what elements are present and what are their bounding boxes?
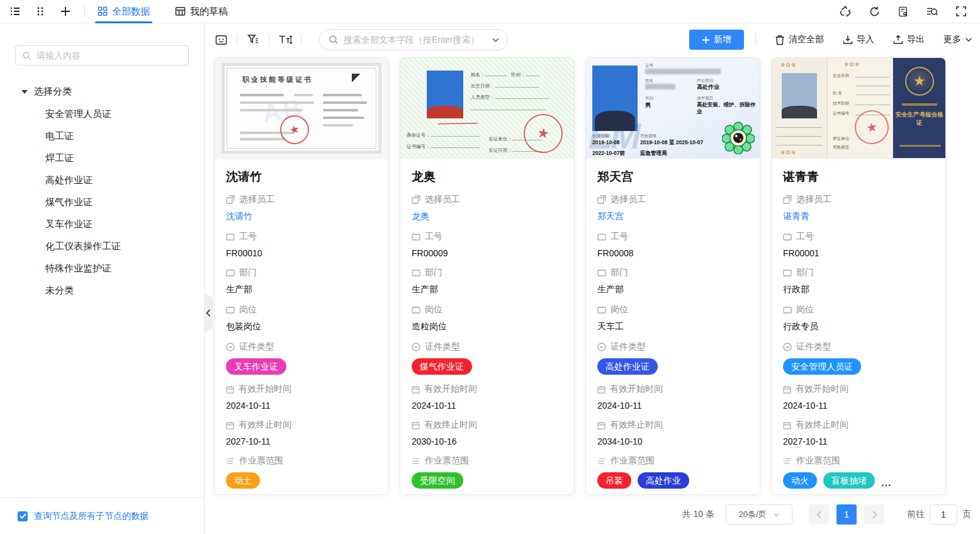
export-icon <box>893 35 903 45</box>
page-size-select[interactable]: 20条/页 <box>726 504 792 525</box>
sidebar-item-welder-cert[interactable]: 焊工证 <box>15 147 189 169</box>
record-title: 谌青青 <box>783 169 934 185</box>
fullscreen-icon[interactable] <box>955 5 967 18</box>
page-size-value: 20条/页 <box>738 509 766 520</box>
record-title: 郑天宫 <box>597 169 748 185</box>
ticket-tag: 高处作业 <box>638 472 689 489</box>
valid-end-value: 2027-10-11 <box>226 436 377 446</box>
field-label-ticket-scope: 作业票范围 <box>226 455 377 467</box>
sidebar-footer: 查询节点及所有子节点的数据 <box>0 497 204 534</box>
sidebar-item-safety-manager-cert[interactable]: 安全管理人员证 <box>15 103 189 125</box>
field-label-position: 岗位 <box>597 304 748 315</box>
next-page-button[interactable] <box>864 504 884 525</box>
import-button[interactable]: 导入 <box>843 34 874 45</box>
clear-all-button[interactable]: 清空全部 <box>775 34 824 45</box>
department-value: 生产部 <box>597 284 748 295</box>
field-label-position: 岗位 <box>412 304 563 315</box>
sidebar-collapse-handle[interactable] <box>204 292 213 334</box>
goto-label: 前往 <box>907 509 925 520</box>
more-button[interactable]: 更多 <box>943 34 972 45</box>
record-title: 龙奥 <box>412 169 563 185</box>
sidebar-search-input[interactable] <box>37 50 182 60</box>
employee-link[interactable]: 谌青青 <box>783 211 934 222</box>
work-id-value: FR00001 <box>783 248 934 258</box>
sidebar-item-forklift-cert[interactable]: 叉车作业证 <box>15 213 189 235</box>
record-card[interactable]: 姓名： 性别： 出生日期： 人员类型： ━━━━━━━━━━━━━ 身份证号： … <box>400 57 575 495</box>
fulltext-search-input[interactable] <box>344 35 487 45</box>
category-sidebar: 选择分类 安全管理人员证 电工证 焊工证 高处作业证 煤气作业证 叉车作业证 化… <box>0 23 205 534</box>
relation-icon <box>412 195 420 204</box>
field-label-cert-type: 证件类型 <box>597 341 748 353</box>
fulltext-search[interactable] <box>319 29 508 50</box>
field-label-cert-type: 证件类型 <box>412 341 563 353</box>
form-link-icon[interactable] <box>897 5 910 18</box>
text-field-icon <box>783 234 792 241</box>
field-label-employee: 选择员工 <box>412 194 563 205</box>
record-card[interactable]: ❀✿❀ ❀✿❀ ❀✿❀ 企业名称 职 务 <box>771 57 946 495</box>
export-label: 导出 <box>907 34 925 45</box>
sidebar-item-special-work-guardian-cert[interactable]: 特殊作业监护证 <box>15 257 189 279</box>
field-label-cert-type: 证件类型 <box>783 341 934 353</box>
field-label-ticket-scope: 作业票范围 <box>783 455 934 467</box>
sidebar-item-electrician-cert[interactable]: 电工证 <box>15 125 189 147</box>
field-label-work-id: 工号 <box>597 231 748 242</box>
chevron-down-icon[interactable] <box>492 36 500 44</box>
clear-all-label: 清空全部 <box>789 34 824 45</box>
field-label-work-id: 工号 <box>226 231 377 242</box>
valid-start-value: 2024-10-11 <box>783 401 934 411</box>
position-value: 天车工 <box>597 321 748 332</box>
calendar-icon <box>597 385 605 394</box>
find-record-icon[interactable] <box>926 5 938 18</box>
text-sort-icon[interactable] <box>278 33 292 47</box>
field-label-valid-end: 有效终止时间 <box>783 419 934 431</box>
prev-page-button[interactable] <box>809 504 829 525</box>
sidebar-item-instrument-operator-cert[interactable]: 化工仪表操作工证 <box>15 235 189 257</box>
record-card[interactable]: 职业技能等级证书 AB <box>214 57 389 495</box>
select-icon <box>783 343 792 351</box>
tab-my-drafts[interactable]: 我的草稿 <box>172 0 230 23</box>
tab-all-data[interactable]: 全部数据 <box>95 0 152 23</box>
plus-icon <box>702 36 710 44</box>
add-view-icon[interactable] <box>59 5 72 18</box>
card-view-settings-icon[interactable] <box>214 33 228 47</box>
work-id-value: FR00008 <box>597 248 748 258</box>
text-field-icon <box>226 234 235 241</box>
app-window: 全部数据 我的草稿 <box>0 0 980 534</box>
view-list-icon[interactable] <box>9 5 21 18</box>
field-label-department: 部门 <box>226 267 377 278</box>
page-number-1[interactable]: 1 <box>836 504 857 525</box>
tree-root-select-category[interactable]: 选择分类 <box>15 81 189 103</box>
export-button[interactable]: 导出 <box>893 34 925 45</box>
red-script-line: ━━━━━━━━━━━━━ <box>438 120 478 127</box>
recycle-bin-icon[interactable] <box>839 5 852 18</box>
employee-link[interactable]: 沈请竹 <box>226 211 377 222</box>
sidebar-item-gas-work-cert[interactable]: 煤气作业证 <box>15 191 189 213</box>
certificate-image: ❀✿❀ ❀✿❀ ❀✿❀ 企业名称 职 务 <box>772 58 945 159</box>
check-icon <box>20 513 26 519</box>
sidebar-search[interactable] <box>15 45 189 65</box>
calendar-icon <box>226 421 234 429</box>
divider <box>301 35 301 45</box>
drag-dots-icon[interactable] <box>34 5 47 18</box>
filter-icon[interactable] <box>246 33 260 47</box>
divider <box>237 35 237 45</box>
employee-link[interactable]: 郑天宫 <box>597 211 748 222</box>
divider <box>269 35 269 45</box>
record-card[interactable]: EM 证号 姓名 作业类别 高处作业 性别 操作项目 男 高处安装、维护、 <box>585 57 760 495</box>
record-card-list: 职业技能等级证书 AB <box>214 57 972 495</box>
include-children-checkbox[interactable] <box>18 511 28 521</box>
calendar-icon <box>783 421 791 429</box>
calendar-icon <box>783 385 791 394</box>
sidebar-item-height-work-cert[interactable]: 高处作业证 <box>15 169 189 191</box>
calendar-icon <box>226 385 234 394</box>
field-label-ticket-scope: 作业票范围 <box>597 455 748 467</box>
valid-start-value: 2024-10-11 <box>226 401 377 411</box>
checklist-icon <box>597 457 606 465</box>
add-record-button[interactable]: 新增 <box>689 30 744 50</box>
goto-page-input[interactable] <box>930 504 957 525</box>
sidebar-item-uncategorized[interactable]: 未分类 <box>15 279 189 301</box>
field-label-valid-start: 有效开始时间 <box>226 383 377 395</box>
employee-link[interactable]: 龙奥 <box>412 211 563 222</box>
ticket-tag: 盲板抽堵 <box>823 472 875 489</box>
refresh-icon[interactable] <box>868 5 881 18</box>
